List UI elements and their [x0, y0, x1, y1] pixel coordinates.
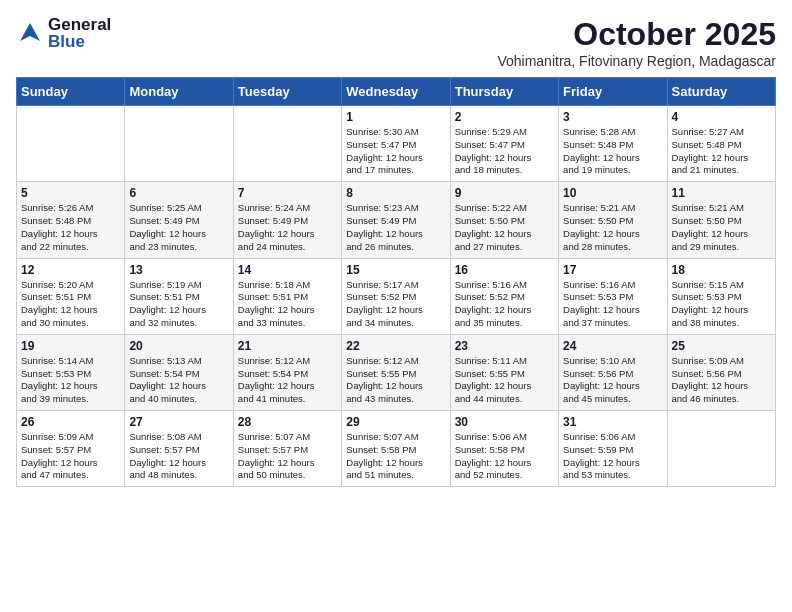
day-number: 3: [563, 110, 662, 124]
day-info: Sunrise: 5:07 AM Sunset: 5:57 PM Dayligh…: [238, 431, 337, 482]
day-number: 20: [129, 339, 228, 353]
weekday-header-friday: Friday: [559, 78, 667, 106]
calendar-table: SundayMondayTuesdayWednesdayThursdayFrid…: [16, 77, 776, 487]
day-number: 13: [129, 263, 228, 277]
weekday-header-sunday: Sunday: [17, 78, 125, 106]
day-info: Sunrise: 5:20 AM Sunset: 5:51 PM Dayligh…: [21, 279, 120, 330]
day-number: 23: [455, 339, 554, 353]
week-row-1: 1Sunrise: 5:30 AM Sunset: 5:47 PM Daylig…: [17, 106, 776, 182]
day-info: Sunrise: 5:22 AM Sunset: 5:50 PM Dayligh…: [455, 202, 554, 253]
day-cell: 11Sunrise: 5:21 AM Sunset: 5:50 PM Dayli…: [667, 182, 775, 258]
day-info: Sunrise: 5:18 AM Sunset: 5:51 PM Dayligh…: [238, 279, 337, 330]
day-info: Sunrise: 5:07 AM Sunset: 5:58 PM Dayligh…: [346, 431, 445, 482]
week-row-2: 5Sunrise: 5:26 AM Sunset: 5:48 PM Daylig…: [17, 182, 776, 258]
day-cell: 3Sunrise: 5:28 AM Sunset: 5:48 PM Daylig…: [559, 106, 667, 182]
day-cell: 1Sunrise: 5:30 AM Sunset: 5:47 PM Daylig…: [342, 106, 450, 182]
day-number: 7: [238, 186, 337, 200]
title-section: October 2025 Vohimanitra, Fitovinany Reg…: [497, 16, 776, 69]
day-cell: 7Sunrise: 5:24 AM Sunset: 5:49 PM Daylig…: [233, 182, 341, 258]
day-number: 26: [21, 415, 120, 429]
day-info: Sunrise: 5:27 AM Sunset: 5:48 PM Dayligh…: [672, 126, 771, 177]
weekday-header-wednesday: Wednesday: [342, 78, 450, 106]
day-cell: 26Sunrise: 5:09 AM Sunset: 5:57 PM Dayli…: [17, 411, 125, 487]
day-info: Sunrise: 5:06 AM Sunset: 5:58 PM Dayligh…: [455, 431, 554, 482]
day-info: Sunrise: 5:09 AM Sunset: 5:56 PM Dayligh…: [672, 355, 771, 406]
day-number: 5: [21, 186, 120, 200]
weekday-header-monday: Monday: [125, 78, 233, 106]
day-number: 14: [238, 263, 337, 277]
day-info: Sunrise: 5:25 AM Sunset: 5:49 PM Dayligh…: [129, 202, 228, 253]
day-cell: 5Sunrise: 5:26 AM Sunset: 5:48 PM Daylig…: [17, 182, 125, 258]
day-number: 6: [129, 186, 228, 200]
weekday-header-row: SundayMondayTuesdayWednesdayThursdayFrid…: [17, 78, 776, 106]
day-cell: 31Sunrise: 5:06 AM Sunset: 5:59 PM Dayli…: [559, 411, 667, 487]
week-row-4: 19Sunrise: 5:14 AM Sunset: 5:53 PM Dayli…: [17, 334, 776, 410]
day-info: Sunrise: 5:19 AM Sunset: 5:51 PM Dayligh…: [129, 279, 228, 330]
day-info: Sunrise: 5:14 AM Sunset: 5:53 PM Dayligh…: [21, 355, 120, 406]
day-cell: 18Sunrise: 5:15 AM Sunset: 5:53 PM Dayli…: [667, 258, 775, 334]
day-info: Sunrise: 5:30 AM Sunset: 5:47 PM Dayligh…: [346, 126, 445, 177]
day-info: Sunrise: 5:23 AM Sunset: 5:49 PM Dayligh…: [346, 202, 445, 253]
day-info: Sunrise: 5:13 AM Sunset: 5:54 PM Dayligh…: [129, 355, 228, 406]
day-number: 16: [455, 263, 554, 277]
day-info: Sunrise: 5:16 AM Sunset: 5:53 PM Dayligh…: [563, 279, 662, 330]
day-number: 28: [238, 415, 337, 429]
day-cell: [17, 106, 125, 182]
day-number: 22: [346, 339, 445, 353]
day-cell: 17Sunrise: 5:16 AM Sunset: 5:53 PM Dayli…: [559, 258, 667, 334]
day-cell: 29Sunrise: 5:07 AM Sunset: 5:58 PM Dayli…: [342, 411, 450, 487]
day-number: 25: [672, 339, 771, 353]
logo-general: General: [48, 16, 111, 33]
day-cell: 4Sunrise: 5:27 AM Sunset: 5:48 PM Daylig…: [667, 106, 775, 182]
day-cell: 16Sunrise: 5:16 AM Sunset: 5:52 PM Dayli…: [450, 258, 558, 334]
day-number: 29: [346, 415, 445, 429]
day-cell: 15Sunrise: 5:17 AM Sunset: 5:52 PM Dayli…: [342, 258, 450, 334]
day-cell: 19Sunrise: 5:14 AM Sunset: 5:53 PM Dayli…: [17, 334, 125, 410]
svg-marker-1: [20, 23, 40, 41]
day-cell: 21Sunrise: 5:12 AM Sunset: 5:54 PM Dayli…: [233, 334, 341, 410]
day-number: 10: [563, 186, 662, 200]
day-cell: [125, 106, 233, 182]
weekday-header-tuesday: Tuesday: [233, 78, 341, 106]
day-cell: 9Sunrise: 5:22 AM Sunset: 5:50 PM Daylig…: [450, 182, 558, 258]
day-info: Sunrise: 5:10 AM Sunset: 5:56 PM Dayligh…: [563, 355, 662, 406]
logo: General Blue: [16, 16, 111, 50]
logo-blue: Blue: [48, 33, 111, 50]
day-cell: 25Sunrise: 5:09 AM Sunset: 5:56 PM Dayli…: [667, 334, 775, 410]
logo-icon: [16, 19, 44, 47]
day-cell: 14Sunrise: 5:18 AM Sunset: 5:51 PM Dayli…: [233, 258, 341, 334]
day-number: 8: [346, 186, 445, 200]
day-number: 31: [563, 415, 662, 429]
week-row-5: 26Sunrise: 5:09 AM Sunset: 5:57 PM Dayli…: [17, 411, 776, 487]
day-cell: 27Sunrise: 5:08 AM Sunset: 5:57 PM Dayli…: [125, 411, 233, 487]
day-cell: [667, 411, 775, 487]
day-info: Sunrise: 5:09 AM Sunset: 5:57 PM Dayligh…: [21, 431, 120, 482]
day-number: 30: [455, 415, 554, 429]
day-number: 24: [563, 339, 662, 353]
day-info: Sunrise: 5:29 AM Sunset: 5:47 PM Dayligh…: [455, 126, 554, 177]
day-cell: 20Sunrise: 5:13 AM Sunset: 5:54 PM Dayli…: [125, 334, 233, 410]
day-cell: 13Sunrise: 5:19 AM Sunset: 5:51 PM Dayli…: [125, 258, 233, 334]
weekday-header-thursday: Thursday: [450, 78, 558, 106]
page-header: General Blue October 2025 Vohimanitra, F…: [16, 16, 776, 69]
day-number: 18: [672, 263, 771, 277]
weekday-header-saturday: Saturday: [667, 78, 775, 106]
day-cell: 12Sunrise: 5:20 AM Sunset: 5:51 PM Dayli…: [17, 258, 125, 334]
day-number: 1: [346, 110, 445, 124]
day-cell: 23Sunrise: 5:11 AM Sunset: 5:55 PM Dayli…: [450, 334, 558, 410]
day-number: 27: [129, 415, 228, 429]
day-number: 12: [21, 263, 120, 277]
day-cell: 28Sunrise: 5:07 AM Sunset: 5:57 PM Dayli…: [233, 411, 341, 487]
day-number: 9: [455, 186, 554, 200]
day-number: 11: [672, 186, 771, 200]
day-info: Sunrise: 5:24 AM Sunset: 5:49 PM Dayligh…: [238, 202, 337, 253]
day-cell: 10Sunrise: 5:21 AM Sunset: 5:50 PM Dayli…: [559, 182, 667, 258]
day-info: Sunrise: 5:12 AM Sunset: 5:55 PM Dayligh…: [346, 355, 445, 406]
week-row-3: 12Sunrise: 5:20 AM Sunset: 5:51 PM Dayli…: [17, 258, 776, 334]
day-info: Sunrise: 5:08 AM Sunset: 5:57 PM Dayligh…: [129, 431, 228, 482]
day-cell: 22Sunrise: 5:12 AM Sunset: 5:55 PM Dayli…: [342, 334, 450, 410]
day-cell: [233, 106, 341, 182]
day-cell: 30Sunrise: 5:06 AM Sunset: 5:58 PM Dayli…: [450, 411, 558, 487]
location-title: Vohimanitra, Fitovinany Region, Madagasc…: [497, 53, 776, 69]
day-info: Sunrise: 5:17 AM Sunset: 5:52 PM Dayligh…: [346, 279, 445, 330]
